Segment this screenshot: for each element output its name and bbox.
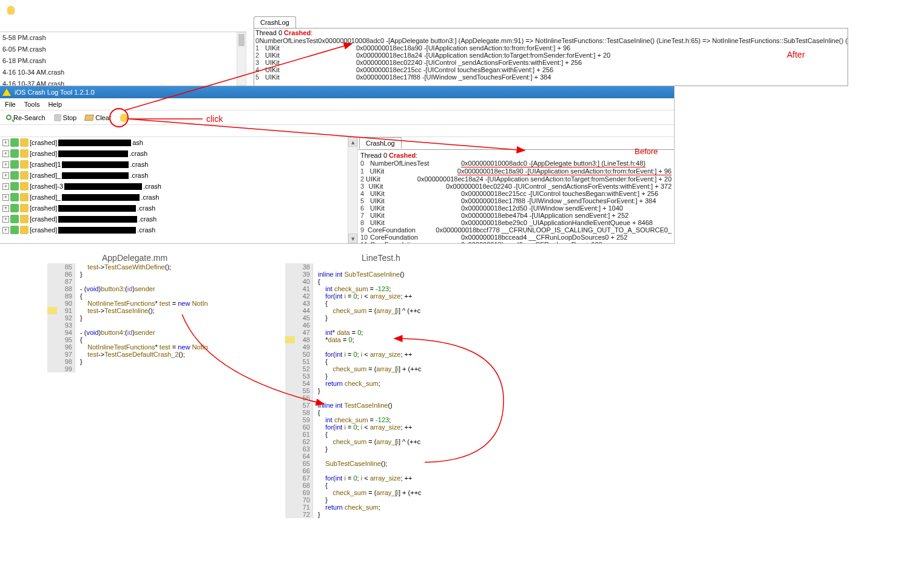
file-list-item[interactable]: 6-05 PM.crash <box>0 44 246 55</box>
tree-item-label: [crashed] <box>30 215 57 223</box>
crash-icon <box>10 215 19 223</box>
title-bar[interactable]: iOS Crash Log Tool 1.2.1.0 <box>0 86 674 98</box>
tree-item[interactable]: + [crashed]_.crash <box>0 192 357 203</box>
editor-linetest[interactable]: 3839404142434445464748495051525354555657… <box>285 263 422 518</box>
stack-row: 0NumberOfLinesTest0x000000010008adc0 -[A… <box>254 37 848 44</box>
tree-item[interactable]: + [crashed]-3.crash <box>0 181 357 192</box>
code-label-app: AppDelegate.mm <box>102 253 167 263</box>
tree-scrollbar[interactable]: ▴ ▾ <box>348 137 357 243</box>
redacted <box>58 140 131 146</box>
crash-icon <box>10 193 19 201</box>
bulb-icon <box>7 6 15 15</box>
tab-crashlog-before[interactable]: CrashLog <box>359 137 402 149</box>
tree-item-label: [crashed]1 <box>30 161 61 168</box>
crashlog-panel-before: Thread 0 Crashed: 0NumberOfLinesTest0x00… <box>358 149 674 243</box>
crash-icon-sub <box>20 171 29 180</box>
expander-icon[interactable]: + <box>2 227 9 234</box>
menu-help[interactable]: Help <box>48 101 62 108</box>
stop-button[interactable]: Stop <box>52 113 79 123</box>
stack-row: 6UIKit0x000000018ec12d50 -[UIWindow send… <box>359 204 673 212</box>
editor-appdelegate[interactable]: 858687888990919293949596979899 test->Tes… <box>47 263 208 373</box>
menu-tools[interactable]: Tools <box>24 101 40 108</box>
tree-item[interactable]: + [crashed]_.crash <box>0 170 357 181</box>
search-row <box>0 125 674 137</box>
stack-row: 0NumberOfLinesTest0x000000010008adc0 -[A… <box>359 160 673 167</box>
stack-row: 5UIKit0x000000018ec17f88 -[UIWindow _sen… <box>254 73 848 81</box>
file-list-item[interactable]: 6-18 PM.crash <box>0 55 246 67</box>
crash-tool-window: iOS Crash Log Tool 1.2.1.0 File Tools He… <box>0 86 674 243</box>
search-input[interactable] <box>0 125 674 137</box>
crash-icon-sub <box>20 182 29 190</box>
expander-icon[interactable]: + <box>2 205 9 212</box>
toolbar: Re-Search Stop Clear <box>0 110 674 125</box>
stack-row: 8UIKit0x000000018ebe29c0 _UIApplicationH… <box>359 219 673 226</box>
expander-icon[interactable]: + <box>2 161 9 168</box>
redacted <box>62 194 140 201</box>
tree-item-label: [crashed] <box>30 204 57 212</box>
expander-icon[interactable]: + <box>2 216 9 223</box>
crash-icon <box>10 149 19 158</box>
crash-icon <box>10 204 19 212</box>
file-list-item[interactable]: 4-16 10-34 AM.crash <box>0 67 246 78</box>
scroll-down-icon[interactable]: ▾ <box>348 234 357 243</box>
stack-row: 3UIKit0x000000018ec02240 -[UIControl _se… <box>359 183 673 190</box>
scroll-up-icon[interactable]: ▴ <box>348 137 357 147</box>
expander-icon[interactable]: + <box>2 172 9 179</box>
annotation-after: After <box>787 50 805 59</box>
expander-icon[interactable]: + <box>2 183 9 190</box>
annotation-click: click <box>206 114 223 124</box>
tree-item[interactable]: + [crashed] .crash <box>0 214 357 224</box>
tree-item[interactable]: + [crashed] .crash <box>0 224 357 235</box>
annotation-before: Before <box>635 147 658 156</box>
redacted <box>58 216 137 223</box>
crash-icon <box>10 138 19 147</box>
crash-icon <box>10 171 19 180</box>
stack-row: 7UIKit0x000000018ebe47b4 -[UIApplication… <box>359 212 673 219</box>
stack-row: 1UIKit0x000000018ec18a90 -[UIApplication… <box>359 167 673 175</box>
stack-row: 11CoreFoundation0x000000018bcccd6c __CFR… <box>359 241 673 243</box>
redacted <box>62 172 129 179</box>
crash-icon <box>10 160 19 169</box>
scrollbar[interactable] <box>237 32 246 86</box>
tree-item-label: [crashed]_ <box>30 194 61 201</box>
crashlog-panel-after: Thread 0 Crashed: 0NumberOfLinesTest0x00… <box>254 28 848 86</box>
tree-item[interactable]: + [crashed] ash <box>0 137 357 148</box>
broom-icon <box>84 115 94 121</box>
redacted <box>62 161 129 168</box>
expander-icon[interactable]: + <box>2 150 9 157</box>
window-title: iOS Crash Log Tool 1.2.1.0 <box>15 89 95 96</box>
redacted <box>58 205 136 212</box>
thread-header: Thread 0 Crashed: <box>254 29 848 37</box>
stack-row: 3UIKit0x000000018ec02240 -[UIControl _se… <box>254 59 848 66</box>
crash-icon-sub <box>20 160 29 169</box>
tree-item-label: [crashed]-3 <box>30 183 63 190</box>
research-button[interactable]: Re-Search <box>4 113 48 123</box>
redacted <box>58 150 128 157</box>
tree-item[interactable]: + [crashed]1.crash <box>0 159 357 170</box>
stack-row: 2UIKit0x000000018ec18a24 -[UIApplication… <box>359 175 673 183</box>
crash-icon-sub <box>20 149 29 158</box>
tree-item[interactable]: + [crashed] .crash <box>0 203 357 214</box>
tree-item-label: [crashed] <box>30 150 57 157</box>
crash-icon-sub <box>20 204 29 212</box>
menu-file[interactable]: File <box>5 101 16 108</box>
tree-item[interactable]: + [crashed] .crash <box>0 148 357 159</box>
tab-crashlog-after[interactable]: CrashLog <box>254 16 296 28</box>
detail-pane: CrashLog Thread 0 Crashed: 0NumberOfLine… <box>358 137 674 243</box>
file-list-item[interactable]: 5-58 PM.crash <box>0 32 246 44</box>
crash-tree[interactable]: + [crashed] ash+ [crashed] .crash+ [cras… <box>0 137 358 243</box>
tree-item-label: [crashed]_ <box>30 172 61 179</box>
redacted <box>58 227 136 234</box>
crash-icon <box>10 182 19 190</box>
search-icon <box>6 115 12 120</box>
crash-icon-sub <box>20 193 29 201</box>
expander-icon[interactable]: + <box>2 140 9 146</box>
expander-icon[interactable]: + <box>2 194 9 201</box>
stack-row: 2UIKit0x000000018ec18a24 -[UIApplication… <box>254 52 848 59</box>
file-list: 5-58 PM.crash6-05 PM.crash6-18 PM.crash4… <box>0 32 246 90</box>
warning-icon <box>2 89 11 96</box>
menu-bar: File Tools Help <box>0 98 674 110</box>
code-label-line: LineTest.h <box>362 253 400 263</box>
redacted <box>64 183 142 190</box>
tree-item-label: [crashed] <box>30 226 57 234</box>
